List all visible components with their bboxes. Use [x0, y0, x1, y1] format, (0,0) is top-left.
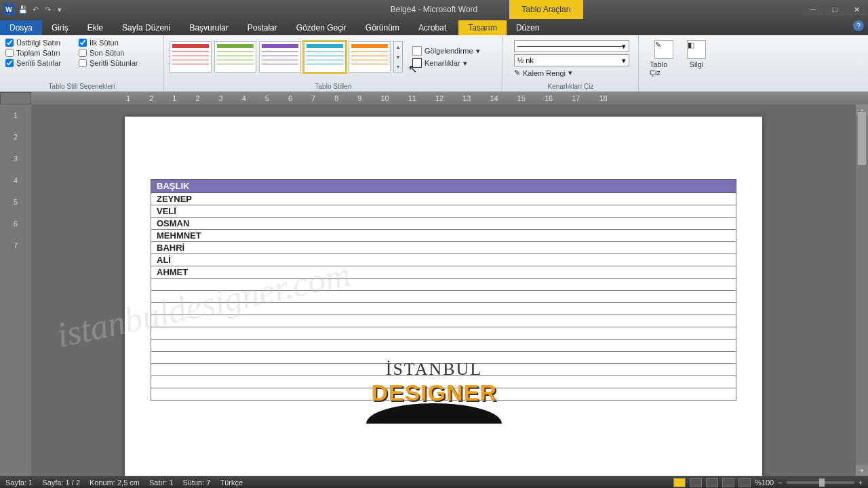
table-cell[interactable] [151, 388, 736, 401]
table-cell[interactable] [151, 376, 736, 388]
zoom-out-icon[interactable]: − [778, 479, 782, 487]
check-total-row[interactable]: Toplam Satırı [5, 49, 72, 57]
table-style-5[interactable] [349, 41, 391, 73]
status-bar: Sayfa: 1 Sayfa: 1 / 2 Konum: 2,5 cm Satı… [0, 476, 868, 488]
table-cell[interactable] [151, 352, 736, 364]
page: BAŞLIK ZEYNEP VELİ OSMAN MEHMNET BAHRİ A… [125, 117, 762, 476]
group-label-tablestyles: Tablo Stilleri [164, 83, 502, 90]
table-cell[interactable] [151, 327, 736, 340]
group-label-styleoptions: Tablo Stili Seçenekleri [0, 83, 163, 90]
save-icon[interactable]: 💾 [18, 4, 28, 15]
ribbon-tabs: Dosya Giriş Ekle Sayfa Düzeni Başvurular… [0, 19, 868, 35]
view-outline[interactable] [722, 478, 734, 487]
zoom-in-icon[interactable]: + [859, 479, 863, 487]
document-area[interactable]: BAŞLIK ZEYNEP VELİ OSMAN MEHMNET BAHRİ A… [31, 104, 856, 476]
undo-icon[interactable]: ↶ [30, 4, 41, 15]
status-position[interactable]: Konum: 2,5 cm [90, 479, 140, 487]
title-bar: W 💾 ↶ ↷ ▾ Belge4 - Microsoft Word Tablo … [0, 0, 868, 19]
close-button[interactable]: ✕ [846, 3, 867, 16]
table-style-3[interactable] [259, 41, 301, 73]
qat-more-icon[interactable]: ▾ [54, 4, 65, 15]
chevron-down-icon: ▾ [476, 47, 480, 56]
ruler-horizontal: 12123456789101112131415161718 [0, 92, 868, 104]
help-icon[interactable]: ? [853, 20, 864, 31]
line-style-selector[interactable]: ▾ [514, 40, 629, 52]
window-title: Belge4 - Microsoft Word [391, 5, 478, 14]
table-cell[interactable]: VELİ [151, 205, 736, 218]
tab-view[interactable]: Görünüm [356, 20, 409, 35]
view-print-layout[interactable] [673, 478, 686, 487]
status-zoom[interactable]: %100 [755, 479, 774, 487]
tab-layout[interactable]: Düzen [507, 20, 549, 35]
check-banded-cols[interactable]: Şeritli Sütunlar [79, 59, 145, 67]
table-cell[interactable]: OSMAN [151, 218, 736, 230]
context-tab-label: Tablo Araçları [509, 0, 583, 19]
quick-access-toolbar: 💾 ↶ ↷ ▾ [18, 4, 65, 15]
minimize-button[interactable]: ─ [803, 3, 823, 16]
status-pages[interactable]: Sayfa: 1 / 2 [42, 479, 80, 487]
table-cell[interactable] [151, 315, 736, 327]
tab-pagelayout[interactable]: Sayfa Düzeni [113, 20, 180, 35]
table-style-2[interactable] [214, 41, 256, 73]
table-cell[interactable] [151, 303, 736, 315]
ribbon: Üstbilgi Satırı İlk Sütun Toplam Satırı … [0, 35, 868, 92]
scroll-down-icon[interactable]: ▾ [856, 465, 868, 476]
scroll-thumb[interactable] [857, 111, 867, 165]
status-line[interactable]: Satır: 1 [149, 479, 173, 487]
check-banded-rows[interactable]: Şeritli Satırlar [5, 59, 72, 67]
pen-color-button[interactable]: ✎Kalem Rengi ▾ [514, 68, 627, 77]
check-first-col[interactable]: İlk Sütun [79, 39, 145, 47]
check-last-col[interactable]: Son Sütun [79, 49, 145, 57]
table-cell[interactable]: AHMET [151, 266, 736, 279]
zoom-slider[interactable] [787, 481, 854, 484]
table-cell[interactable]: ZEYNEP [151, 193, 736, 205]
check-header-row[interactable]: Üstbilgi Satırı [5, 39, 72, 47]
table-styles-more[interactable]: ▴▾▾ [393, 41, 403, 73]
status-page[interactable]: Sayfa: 1 [5, 479, 33, 487]
scrollbar-vertical[interactable]: ▴ ▾ [856, 104, 868, 476]
table-header[interactable]: BAŞLIK [151, 180, 736, 193]
table-style-1[interactable] [170, 41, 212, 73]
table-cell[interactable] [151, 291, 736, 303]
chevron-down-icon: ▾ [463, 59, 467, 68]
maximize-button[interactable]: □ [825, 3, 845, 16]
status-lang[interactable]: Türkçe [220, 479, 243, 487]
tab-acrobat[interactable]: Acrobat [409, 20, 456, 35]
ruler-vertical: 1234567 [0, 104, 31, 476]
table-cell[interactable] [151, 340, 736, 352]
eraser-button[interactable]: ◧Silgi [682, 40, 711, 68]
word-icon: W [3, 3, 15, 16]
view-fullscreen[interactable] [690, 478, 702, 487]
line-weight-selector[interactable]: ½ nk▾ [514, 54, 629, 66]
tab-review[interactable]: Gözden Geçir [287, 20, 356, 35]
table-style-4[interactable] [304, 41, 346, 73]
tab-references[interactable]: Başvurular [180, 20, 237, 35]
table-cell[interactable]: BAHRİ [151, 242, 736, 254]
tab-insert[interactable]: Ekle [78, 20, 113, 35]
table-cell[interactable] [151, 364, 736, 376]
redo-icon[interactable]: ↷ [42, 4, 53, 15]
view-draft[interactable] [738, 478, 751, 487]
table-cell[interactable]: ALİ [151, 254, 736, 266]
tab-home[interactable]: Giriş [42, 20, 78, 35]
borders-button[interactable]: Kenarlıklar ▾ [412, 58, 480, 68]
tab-design[interactable]: Tasarım [458, 20, 507, 35]
status-column[interactable]: Sütun: 7 [182, 479, 210, 487]
table-cell[interactable]: MEHMNET [151, 230, 736, 242]
shading-button[interactable]: Gölgelendirme ▾ [412, 46, 480, 56]
group-label-drawborders: Kenarlıkları Çiz [503, 83, 638, 90]
tab-mailings[interactable]: Postalar [238, 20, 287, 35]
tab-file[interactable]: Dosya [0, 20, 42, 35]
view-web[interactable] [706, 478, 718, 487]
document-table[interactable]: BAŞLIK ZEYNEP VELİ OSMAN MEHMNET BAHRİ A… [151, 179, 736, 401]
draw-table-button[interactable]: ✎Tablo Çiz [650, 40, 678, 77]
table-cell[interactable] [151, 279, 736, 291]
